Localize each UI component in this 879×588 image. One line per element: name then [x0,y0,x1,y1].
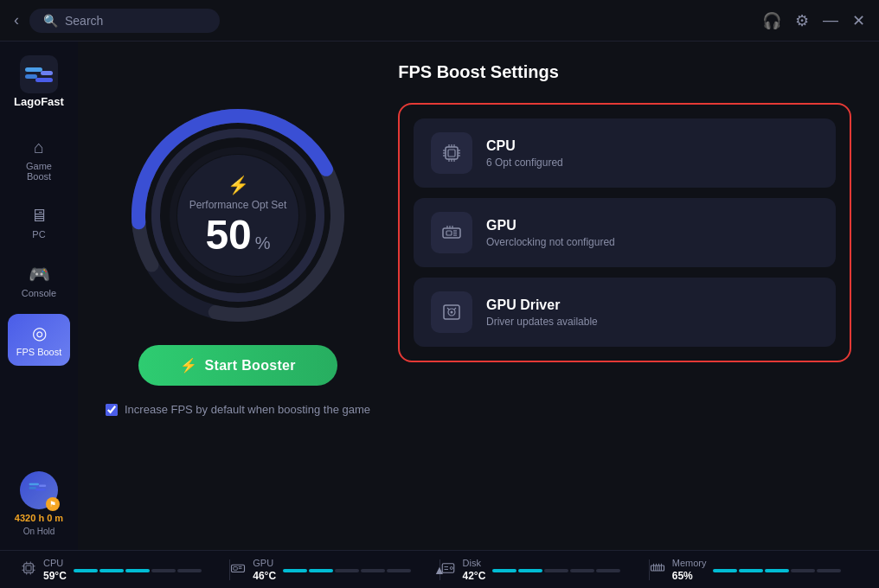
page-title: FPS Boost Settings [106,62,851,82]
fps-checkbox-row: Increase FPS by default when boosting th… [106,403,370,416]
fps-checkbox[interactable] [106,404,118,416]
close-button[interactable]: ✕ [852,11,865,30]
sidebar-item-fps-boost[interactable]: ◎ FPS Boost [8,314,70,366]
sidebar-item-game-boost[interactable]: ⌂ Game Boost [8,129,70,190]
cpu-card-icon [431,132,472,174]
content-body: ⚡ Performance Opt Set 50 % ⚡ Start Boost… [106,103,851,416]
gauge-label: Performance Opt Set [189,199,287,211]
gpu-status-value: 46°C [253,570,276,582]
fps-boost-label: FPS Boost [16,347,62,357]
svg-rect-44 [24,563,34,572]
cpu-card-title: CPU [486,138,818,154]
topbar-actions: 🎧 ⚙ — ✕ [762,11,865,30]
gpu-driver-setting-card[interactable]: GPU Driver Driver updates available [414,278,836,347]
bolt-icon: ⚡ [180,357,197,374]
svg-rect-9 [35,489,45,491]
disk-bar-1 [492,569,516,572]
gpu-driver-card-desc: Driver updates available [486,316,818,328]
sidebar-item-console[interactable]: 🎮 Console [8,255,70,307]
gpu-card-title: GPU [486,218,818,233]
gpu-progress [283,569,411,572]
disk-bar-2 [518,569,542,572]
gauge-bolt-icon: ⚡ [228,175,249,195]
disk-bar-3 [544,569,568,572]
gpu-bar-1 [283,569,307,572]
cpu-bar-3 [125,569,150,572]
cpu-card-info: CPU 6 Opt configured [486,138,818,169]
cpu-status-value: 59°C [43,570,67,582]
mem-bar-3 [765,569,789,572]
user-time: 4320 h 0 m [15,513,63,523]
mem-bar-1 [713,569,737,572]
user-status: On Hold [23,527,55,536]
gpu-status-info: GPU 46°C [253,558,276,582]
svg-line-43 [454,308,456,310]
cpu-bar-4 [151,569,176,572]
svg-rect-7 [29,487,36,489]
main-layout: LagoFast ⌂ Game Boost 🖥 PC 🎮 Console ◎ F… [0,42,879,550]
status-memory: Memory 65% [650,558,858,582]
svg-rect-17 [446,147,458,159]
back-button[interactable]: ‹ [14,11,19,29]
svg-rect-1 [25,67,42,72]
cpu-status-icon [21,560,36,579]
disk-status-label: Disk [463,558,486,568]
search-bar[interactable]: 🔍 Search [29,9,220,33]
console-icon: 🎮 [29,264,50,284]
collapse-button[interactable]: ▲ [433,563,446,577]
cpu-setting-card[interactable]: CPU 6 Opt configured [414,118,836,188]
cpu-status-label: CPU [43,558,67,568]
minimize-button[interactable]: — [823,11,838,29]
svg-rect-6 [29,483,39,485]
search-icon: 🔍 [43,14,58,28]
console-label: Console [22,288,56,298]
status-cpu: CPU 59°C [21,558,229,582]
gpu-status-label: GPU [253,558,276,568]
mem-bar-5 [817,569,841,572]
gpu-setting-card[interactable]: GPU Overclocking not configured [414,198,836,267]
svg-rect-32 [446,231,452,235]
gpu-bar-2 [309,569,333,572]
svg-rect-8 [39,484,46,487]
cpu-status-info: CPU 59°C [43,558,67,582]
gauge-value: 50 [205,214,251,256]
svg-rect-45 [26,566,31,571]
svg-rect-2 [25,74,37,79]
gauge-center: ⚡ Performance Opt Set 50 % [189,175,287,256]
sidebar-bottom: ⚑ 4320 h 0 m On Hold [15,471,63,536]
disk-bar-4 [570,569,594,572]
fps-checkbox-label: Increase FPS by default when boosting th… [125,403,370,416]
user-badge-icon: ⚑ [46,497,60,511]
topbar: ‹ 🔍 Search 🎧 ⚙ — ✕ [0,0,879,42]
sidebar: LagoFast ⌂ Game Boost 🖥 PC 🎮 Console ◎ F… [0,42,78,550]
status-disk: Disk 42°C [440,558,649,582]
logo-icon [20,55,58,93]
svg-rect-4 [35,78,53,82]
status-gpu: GPU 46°C [230,558,439,582]
cpu-bar-5 [177,569,202,572]
support-button[interactable]: 🎧 [762,11,781,30]
game-boost-icon: ⌂ [34,137,44,157]
gpu-bar-5 [387,569,411,572]
memory-status-label: Memory [672,558,707,568]
sidebar-item-pc[interactable]: 🖥 PC [8,197,70,248]
svg-rect-55 [234,566,238,570]
svg-rect-3 [41,71,53,75]
gpu-driver-card-title: GPU Driver [486,297,818,313]
right-panel: CPU 6 Opt configured [398,103,851,362]
settings-button[interactable]: ⚙ [795,11,809,30]
memory-status-value: 65% [672,570,707,582]
svg-rect-18 [448,150,455,157]
game-boost-label: Game Boost [15,161,63,182]
svg-point-59 [450,566,452,569]
gpu-bar-3 [335,569,359,572]
start-booster-button[interactable]: ⚡ Start Booster [138,345,337,386]
disk-bar-5 [596,569,620,572]
disk-progress [492,569,620,572]
gpu-card-desc: Overclocking not configured [486,236,818,248]
gpu-driver-card-icon [431,291,472,333]
gpu-card-icon [431,212,472,253]
status-bar: ▲ CPU 59°C [0,550,879,588]
memory-progress [713,569,841,572]
user-avatar[interactable]: ⚑ [20,471,58,509]
